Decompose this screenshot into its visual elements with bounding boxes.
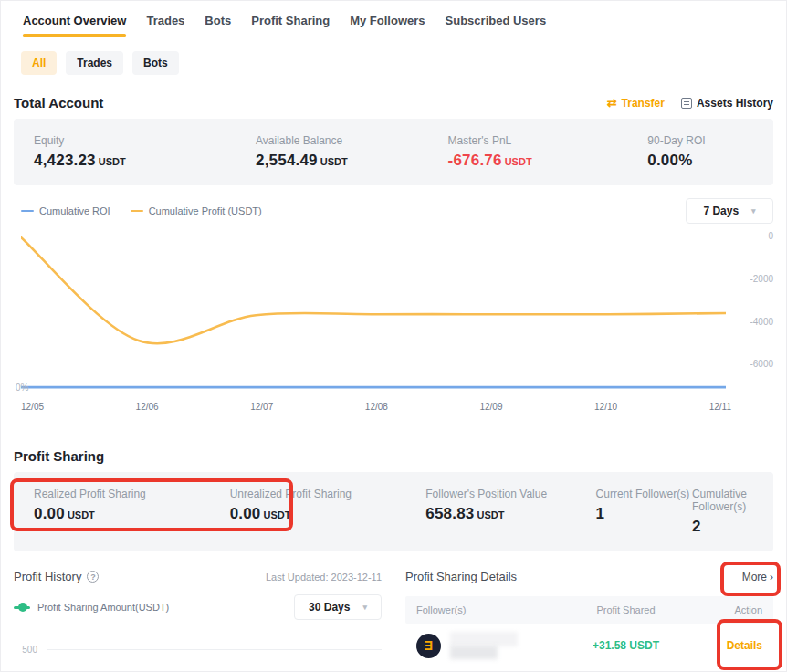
help-icon[interactable]: ? [87,571,99,583]
chevron-right-icon: › [770,571,773,583]
total-account-stats-card: Equity 4,423.23USDT Available Balance 2,… [14,119,773,185]
assets-history-label: Assets History [697,97,773,110]
follower-table-row: Ǝ +31.58 USDT Details [405,624,773,667]
assets-history-icon [681,98,692,109]
stat-90day-roi: 90-Day ROI 0.00% [647,134,773,170]
profit-history-range-select[interactable]: 30 Days ▾ [294,594,382,620]
follower-cell: Ǝ [416,630,553,661]
chevron-down-icon: ▾ [362,603,367,612]
stat-available-balance: Available Balance 2,554.49USDT [256,134,448,170]
stat-equity: Equity 4,423.23USDT [34,134,256,170]
legend-cumulative-profit: Cumulative Profit (USDT) [131,205,262,216]
profit-history-legend: Profit Sharing Amount(USDT) [14,602,169,613]
tab-bots[interactable]: Bots [205,14,231,37]
stat-realized-profit-sharing: Realized Profit Sharing 0.00USDT [34,488,230,536]
profit-history-title: Profit History ? [14,570,99,583]
profit-legend-swatch [131,210,143,213]
cumulative-profit-line [21,237,726,343]
profit-sharing-details-panel: Profit Sharing Details More › Follower(s… [405,570,773,672]
chevron-down-icon: ▾ [751,206,756,215]
total-account-title: Total Account [14,95,103,110]
y-tick-2000: -2000 [733,274,773,284]
legend-cumulative-roi: Cumulative ROI [21,205,110,216]
roi-legend-swatch [21,210,34,213]
last-updated-label: Last Updated: 2023-12-11 [266,572,382,583]
asset-filter-group: All Trades Bots [21,51,773,75]
stat-cumulative-followers: Cumulative Follower(s) 2 [692,488,773,536]
total-account-header: Total Account ⇄ Transfer Assets History [14,95,773,110]
green-line-dot-swatch [14,606,30,609]
details-button[interactable]: Details [698,639,762,652]
main-chart-x-axis: 12/05 12/06 12/07 12/08 12/09 12/10 12/1… [21,402,731,412]
tab-my-followers[interactable]: My Followers [350,14,425,37]
tab-profit-sharing[interactable]: Profit Sharing [251,14,330,37]
y-tick-6000: -6000 [733,359,773,369]
follower-avatar: Ǝ [416,634,441,658]
profit-history-panel: Profit History ? Last Updated: 2023-12-1… [14,570,382,672]
tab-trades[interactable]: Trades [146,14,184,37]
filter-trades[interactable]: Trades [66,51,123,75]
transfer-button[interactable]: ⇄ Transfer [607,97,665,110]
main-chart: 0% 0 -2000 -4000 -6000 [14,228,773,400]
stat-unrealized-profit-sharing: Unrealized Profit Sharing 0.00USDT [230,488,426,536]
roi-zero-label: 0% [16,383,28,393]
stat-current-followers: Current Follower(s) 1 [596,488,692,536]
main-chart-plot: 0% [21,228,726,400]
filter-all[interactable]: All [21,51,57,75]
tab-subscribed-users[interactable]: Subscribed Users [446,14,547,37]
transfer-icon: ⇄ [607,97,617,109]
y-tick-4000: -4000 [733,317,773,327]
main-chart-range-select[interactable]: 7 Days ▾ [686,198,773,224]
details-table-header: Follower(s) Profit Shared Action [405,596,773,624]
profit-sharing-stats-card: Realized Profit Sharing 0.00USDT Unreali… [14,472,773,551]
profit-sharing-details-title: Profit Sharing Details [405,570,517,583]
profit-sharing-title: Profit Sharing [14,448,104,464]
profit-sharing-header: Profit Sharing [14,448,773,464]
tab-account-overview[interactable]: Account Overview [23,14,126,37]
transfer-label: Transfer [622,97,665,110]
filter-bots[interactable]: Bots [132,51,179,75]
follower-name-redacted [450,630,521,661]
cumulative-chart-svg [21,228,726,400]
more-button[interactable]: More › [742,571,773,583]
assets-history-button[interactable]: Assets History [681,97,773,110]
stat-follower-position-value: Follower's Position Value 658.83USDT [425,488,595,536]
top-tab-bar: Account Overview Trades Bots Profit Shar… [1,1,786,37]
y-tick-0: 0 [733,231,773,241]
profit-history-chart: 500 400 300 [14,635,382,672]
profit-shared-value: +31.58 USDT [553,639,698,652]
stat-masters-pnl: Master's PnL -676.76USDT [448,134,648,170]
copy-trading-dashboard: Account Overview Trades Bots Profit Shar… [0,0,787,672]
main-chart-legend-row: Cumulative ROI Cumulative Profit (USDT) … [21,197,773,225]
